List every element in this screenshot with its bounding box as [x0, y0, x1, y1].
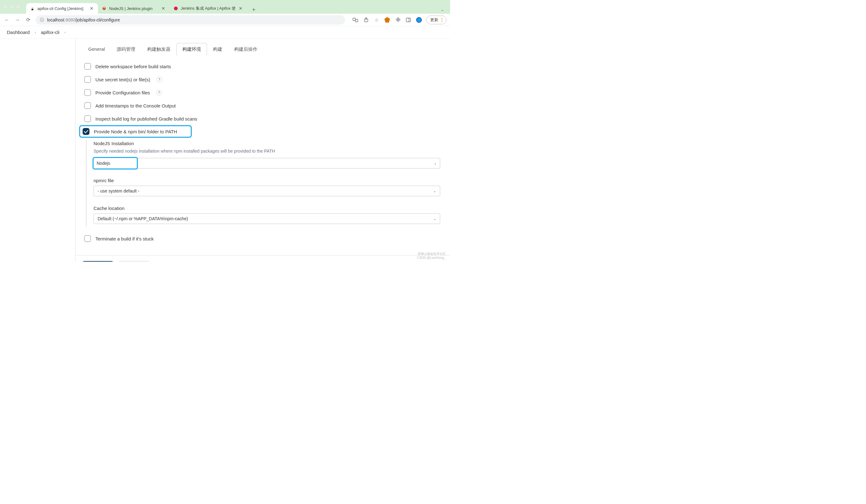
browser-tab-1[interactable]: NodeJS | Jenkins plugin ✕ [98, 3, 169, 14]
footer-buttons: 保存 应用 [76, 255, 450, 262]
chevron-down-icon: ⌄ [433, 189, 436, 193]
nodejs-install-desc: Specify needed nodejs installation where… [93, 149, 443, 153]
browser-tabs-bar: apifox-cli Config [Jenkins] ✕ NodeJS | J… [26, 0, 446, 14]
watermark-line2: CSDN @LiamHong_ [417, 256, 446, 260]
help-icon[interactable]: ? [156, 90, 162, 95]
checkbox[interactable] [84, 89, 91, 96]
cache-label: Cache location [93, 206, 443, 211]
svg-point-4 [174, 7, 178, 10]
breadcrumb-dashboard[interactable]: Dashboard [7, 30, 30, 35]
minimize-window-icon[interactable] [10, 5, 14, 9]
checkbox[interactable] [84, 63, 91, 70]
build-env-options: Delete workspace before build starts Use… [76, 56, 450, 251]
menu-dots-icon [441, 18, 442, 22]
left-sidebar [0, 39, 76, 262]
option-label: Delete workspace before build starts [96, 64, 171, 69]
tab-build-env[interactable]: 构建环境 [176, 43, 207, 56]
apifox-icon [173, 6, 178, 11]
tab-title: apifox-cli Config [Jenkins] [37, 6, 87, 11]
checkbox-checked[interactable] [82, 128, 89, 135]
option-config-files[interactable]: Provide Configuration files ? [82, 86, 443, 99]
cache-value: Default (~/.npm or %APP_DATA%\npm-cache) [98, 216, 188, 221]
svg-rect-1 [32, 9, 33, 10]
jenkins-icon [30, 6, 35, 11]
content-scroll[interactable]: General 源码管理 构建触发器 构建环境 构建 构建后操作 Delete … [76, 39, 450, 262]
chevron-right-icon: › [35, 30, 36, 35]
tab-triggers[interactable]: 构建触发器 [141, 43, 176, 56]
browser-tab-0[interactable]: apifox-cli Config [Jenkins] ✕ [26, 3, 98, 14]
maximize-window-icon[interactable] [16, 5, 20, 9]
window-controls [4, 5, 20, 9]
profile-icon[interactable] [415, 16, 422, 23]
close-window-icon[interactable] [4, 5, 8, 9]
option-gradle-scan[interactable]: Inspect build log for published Gradle b… [82, 112, 443, 125]
tab-general[interactable]: General [82, 43, 111, 56]
chevron-right-icon: › [65, 30, 66, 35]
breadcrumb-job[interactable]: apifox-cli [41, 30, 59, 35]
chevron-down-icon: ⌄ [433, 217, 436, 221]
url-input[interactable]: ⓘ localhost:8080/job/apifox-cli/configur… [35, 15, 345, 25]
tab-close-icon[interactable]: ✕ [161, 6, 166, 11]
checkbox[interactable] [84, 102, 91, 109]
tab-build[interactable]: 构建 [207, 43, 228, 56]
svg-rect-6 [355, 19, 358, 22]
browser-tab-2[interactable]: Jenkins 集成 Apifox | Apifox 使 ✕ [169, 3, 247, 14]
option-label: Use secret text(s) or file(s) [96, 77, 150, 82]
option-timestamps[interactable]: Add timestamps to the Console Output [82, 99, 443, 112]
option-label: Terminate a build if it's stuck [96, 236, 154, 241]
bookmark-icon[interactable]: ☆ [373, 16, 380, 23]
help-icon[interactable]: ? [156, 77, 162, 82]
translate-icon[interactable] [352, 16, 359, 23]
tab-title: NodeJS | Jenkins plugin [109, 6, 158, 11]
option-secret-text[interactable]: Use secret text(s) or file(s) ? [82, 73, 443, 86]
extensions-icon[interactable] [395, 16, 401, 23]
update-button[interactable]: 更新 [426, 15, 446, 24]
tab-close-icon[interactable]: ✕ [89, 6, 94, 11]
svg-point-3 [103, 7, 105, 8]
sidepanel-icon[interactable] [405, 16, 412, 23]
nodejs-select-wrap: ⌄ Nodejs [93, 158, 440, 169]
tab-scm[interactable]: 源码管理 [111, 43, 141, 56]
checkbox[interactable] [84, 115, 91, 122]
reload-button[interactable]: ⟳ [25, 17, 31, 23]
apply-button[interactable]: 应用 [119, 261, 149, 262]
highlighted-option: Provide Node & npm bin/ folder to PATH [79, 125, 192, 138]
new-tab-button[interactable]: ＋ [249, 5, 258, 14]
tabs-overflow-icon[interactable]: ⌄ [438, 5, 446, 14]
npmrc-select[interactable]: - use system default - ⌄ [93, 186, 440, 196]
site-info-icon[interactable]: ⓘ [40, 17, 44, 23]
nodejs-select-highlight[interactable]: Nodejs [92, 157, 138, 170]
checkbox[interactable] [84, 76, 91, 83]
cache-select[interactable]: Default (~/.npm or %APP_DATA%\npm-cache)… [93, 213, 440, 224]
nodejs-install-label: NodeJS Installation [93, 141, 443, 146]
back-button[interactable]: ← [4, 17, 10, 23]
url-bar: ← → ⟳ ⓘ localhost:8080/job/apifox-cli/co… [0, 14, 450, 26]
main-area: General 源码管理 构建触发器 构建环境 构建 构建后操作 Delete … [0, 39, 450, 262]
option-label: Inspect build log for published Gradle b… [96, 116, 197, 122]
svg-point-0 [32, 7, 33, 9]
tab-post-build[interactable]: 构建后操作 [228, 43, 264, 56]
save-button[interactable]: 保存 [82, 261, 113, 262]
metamask-extension-icon[interactable] [384, 16, 391, 23]
checkbox[interactable] [84, 235, 91, 242]
option-label: Add timestamps to the Console Output [96, 103, 176, 108]
option-terminate[interactable]: Terminate a build if it's stuck [82, 232, 443, 245]
option-label: Provide Configuration files [96, 90, 150, 95]
npmrc-select-wrap: - use system default - ⌄ [93, 186, 440, 196]
jenkins-icon [102, 6, 107, 11]
option-delete-workspace[interactable]: Delete workspace before build starts [82, 60, 443, 73]
chevron-down-icon: ⌄ [434, 161, 437, 165]
tab-close-icon[interactable]: ✕ [238, 6, 243, 11]
config-tabs: General 源码管理 构建触发器 构建环境 构建 构建后操作 [76, 39, 450, 56]
watermark-line1: @稀土掘金技术社区 [417, 252, 446, 256]
browser-header: apifox-cli Config [Jenkins] ✕ NodeJS | J… [0, 0, 450, 14]
toolbar-actions: ☆ 更新 [352, 15, 446, 24]
forward-button[interactable]: → [14, 17, 21, 23]
option-node-path[interactable]: Provide Node & npm bin/ folder to PATH [82, 128, 177, 135]
share-icon[interactable] [363, 16, 369, 23]
cache-select-wrap: Default (~/.npm or %APP_DATA%\npm-cache)… [93, 213, 440, 224]
npmrc-label: npmrc file [93, 178, 443, 183]
npmrc-value: - use system default - [98, 188, 139, 193]
option-label: Provide Node & npm bin/ folder to PATH [94, 129, 177, 134]
nodejs-select[interactable]: ⌄ [93, 158, 440, 169]
